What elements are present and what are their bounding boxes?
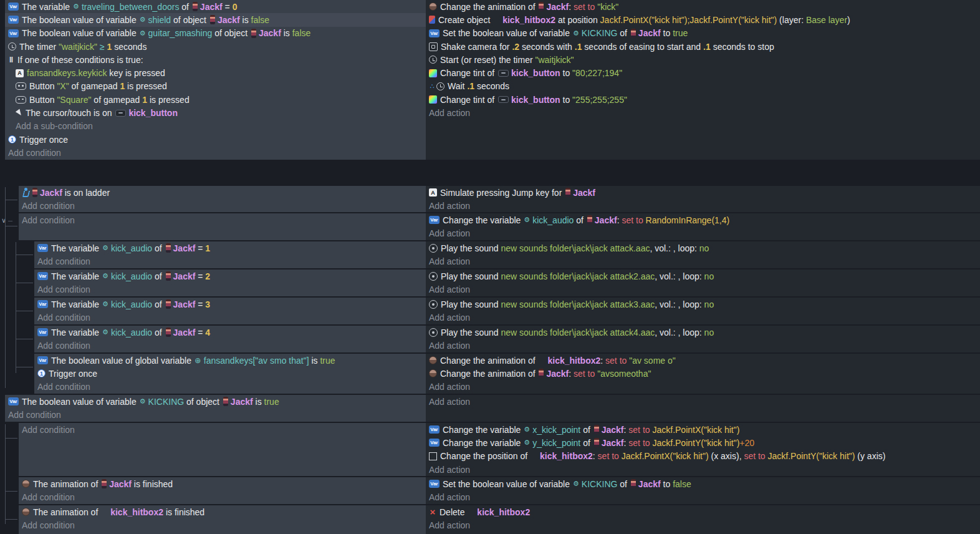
condition-row[interactable]: Button "Square" of gamepad 1 is pressed <box>5 93 426 106</box>
add-condition-link[interactable]: Add condition <box>19 213 426 226</box>
text-segment: 1 <box>120 81 125 91</box>
text-segment: Add condition <box>22 425 75 435</box>
jackf-sprite-icon <box>166 243 171 253</box>
add-condition-link[interactable]: Add condition <box>19 490 426 503</box>
add-condition-link[interactable]: Add condition <box>34 255 426 268</box>
actions-cell: Play the sound new sounds folder\jack\ja… <box>426 241 980 268</box>
add-action-link[interactable]: Add action <box>426 490 980 503</box>
action-row[interactable]: VarChange the variable ⚙kick_audio of Ja… <box>426 213 980 226</box>
add-action-link[interactable]: Add action <box>426 339 980 352</box>
text-segment: 1 <box>107 42 112 52</box>
action-row[interactable]: Play the sound new sounds folder\jack\ja… <box>426 326 980 339</box>
add-action-link[interactable]: Add action <box>426 283 980 296</box>
text-segment: .2 <box>512 42 519 52</box>
action-row[interactable]: Change the animation of Jackf: set to "a… <box>426 367 980 380</box>
animation-icon <box>22 480 30 488</box>
add-condition-link[interactable]: Add condition <box>34 311 426 324</box>
text-segment: of <box>179 2 191 12</box>
action-row[interactable]: VarSet the boolean value of variable ⚙KI… <box>426 477 980 490</box>
action-row[interactable]: Play the sound new sounds folder\jack\ja… <box>426 298 980 311</box>
condition-row[interactable]: The animation of Jackf is finished <box>19 477 426 490</box>
add-condition-link[interactable]: Add condition <box>34 283 426 296</box>
condition-row[interactable]: VarThe variable ⚙traveling_between_doors… <box>5 0 426 13</box>
condition-row[interactable]: ‖If one of these conditions is true: <box>5 53 426 66</box>
action-row[interactable]: ASimulate pressing Jump key for Jackf <box>426 186 980 199</box>
text-segment: set to <box>628 438 650 448</box>
action-row[interactable]: Change tint of kick_button to "255;255;2… <box>426 93 980 106</box>
var-icon: Var <box>8 2 19 11</box>
var-icon: Var <box>37 272 48 280</box>
object-variable-icon: ⚙ <box>102 272 109 280</box>
text-segment: kick_audio <box>532 215 574 225</box>
action-row[interactable]: ×Delete kick_hitbox2 <box>426 505 980 518</box>
text-segment: set to <box>628 425 650 435</box>
add-action-link[interactable]: Add action <box>426 106 980 119</box>
add-condition-link[interactable]: Add condition <box>5 146 426 159</box>
condition-row[interactable]: VarThe boolean value of variable ⚙shield… <box>5 13 426 26</box>
add-action-link[interactable]: Add action <box>426 463 980 476</box>
action-row[interactable]: ∴Wait .1 seconds <box>426 80 980 93</box>
add-condition-link[interactable]: Add condition <box>19 423 426 436</box>
action-row[interactable]: Change tint of kick_button to "80;227;19… <box>426 66 980 79</box>
add-condition-link[interactable]: Add condition <box>19 199 426 212</box>
text-segment: , vol.: , loop: <box>655 271 704 281</box>
action-row[interactable]: Play the sound new sounds folder\jack\ja… <box>426 269 980 283</box>
event-row: VarThe variable ⚙kick_audio of Jackf = 3… <box>0 298 980 324</box>
add-action-link[interactable]: Add action <box>426 199 980 212</box>
text-segment: Add condition <box>22 215 75 225</box>
condition-row[interactable]: VarThe variable ⚙kick_audio of Jackf = 1 <box>34 241 426 255</box>
action-row[interactable]: Start (or reset) the timer "waitjkick" <box>426 53 980 66</box>
add-condition-link[interactable]: Add condition <box>34 339 426 352</box>
condition-row[interactable]: VarThe variable ⚙kick_audio of Jackf = 3 <box>34 298 426 311</box>
add-condition-link[interactable]: Add condition <box>19 518 426 532</box>
add-action-link[interactable]: Add action <box>426 255 980 268</box>
jackf-sprite-icon <box>565 188 570 197</box>
text-segment: seconds <box>112 42 147 52</box>
condition-row[interactable]: Jackf is on ladder <box>19 186 426 199</box>
action-row[interactable]: Play the sound new sounds folder\jack\ja… <box>426 241 980 255</box>
condition-row[interactable]: VarThe boolean value of variable ⚙guitar… <box>5 27 426 40</box>
condition-row[interactable]: VarThe boolean value of global variable … <box>34 354 426 367</box>
text-segment: seconds with <box>519 42 575 52</box>
add-action-link[interactable]: Add action <box>426 311 980 324</box>
action-row[interactable]: Create object kick_hitbox2 at position J… <box>426 13 980 26</box>
condition-row[interactable]: 1Trigger once <box>5 133 426 146</box>
condition-row[interactable]: The animation of kick_hitbox2 is finishe… <box>19 505 426 518</box>
action-row[interactable]: Change the animation of kick_hitbox2: se… <box>426 354 980 367</box>
text-segment: Play the sound <box>441 271 501 281</box>
add-condition-link[interactable]: Add condition <box>34 381 426 394</box>
trigger-once-icon: 1 <box>8 135 16 143</box>
conditions-cell: The animation of Jackf is finishedAdd co… <box>19 477 426 504</box>
action-row[interactable]: Shake camera for .2 seconds with .1 seco… <box>426 40 980 53</box>
text-segment: Change the variable <box>443 438 523 448</box>
condition-row[interactable]: The cursor/touch is on kick_button <box>5 106 426 119</box>
condition-row[interactable]: VarThe boolean value of variable ⚙KICKIN… <box>5 395 426 408</box>
conditions-cell: VarThe variable ⚙kick_audio of Jackf = 3… <box>34 298 426 324</box>
or-icon: ‖ <box>8 55 14 64</box>
text-segment: Change the animation of <box>440 356 537 366</box>
condition-row[interactable]: 1Trigger once <box>34 367 426 380</box>
add-condition-link[interactable]: Add condition <box>5 408 426 421</box>
action-row[interactable]: VarChange the variable ⚙x_kick_point of … <box>426 423 980 436</box>
condition-row[interactable]: VarThe variable ⚙kick_audio of Jackf = 2 <box>34 269 426 283</box>
condition-row[interactable]: VarThe variable ⚙kick_audio of Jackf = 4 <box>34 326 426 339</box>
text-segment: Play the sound <box>441 299 501 309</box>
action-row[interactable]: Change the position of kick_hitbox2: set… <box>426 450 980 463</box>
add-action-link[interactable]: Add action <box>426 226 980 240</box>
add-action-link[interactable]: Add action <box>426 395 980 408</box>
add-condition-link[interactable]: Add a sub-condition <box>5 120 426 133</box>
condition-row[interactable]: The timer "waitjkick" ≥ 1 seconds <box>5 40 426 53</box>
text-segment: Delete <box>440 507 467 517</box>
add-action-link[interactable]: Add action <box>426 381 980 394</box>
action-row[interactable]: VarChange the variable ⚙y_kick_point of … <box>426 436 980 449</box>
jackf-sprite-icon <box>631 479 636 488</box>
condition-row[interactable]: Afansandkeys.keykick key is pressed <box>5 66 426 79</box>
action-row[interactable]: Change the animation of Jackf: set to "k… <box>426 0 980 13</box>
add-action-link[interactable]: Add action <box>426 518 980 532</box>
event-row: VarThe variable ⚙kick_audio of Jackf = 1… <box>0 241 980 268</box>
collapse-chevron-icon[interactable]: ∨ <box>0 216 7 224</box>
animation-icon <box>429 369 437 377</box>
text-segment: Add condition <box>37 284 90 294</box>
action-row[interactable]: VarSet the boolean value of variable ⚙KI… <box>426 27 980 40</box>
condition-row[interactable]: Button "X" of gamepad 1 is pressed <box>5 80 426 93</box>
